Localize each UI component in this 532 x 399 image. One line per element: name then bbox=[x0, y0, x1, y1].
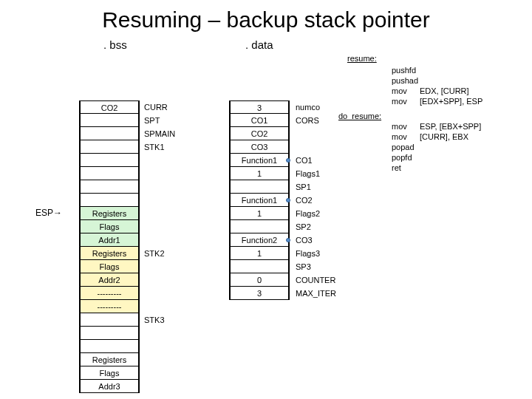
data-field-label: MAX_ITER bbox=[296, 287, 336, 300]
data-field-label bbox=[296, 140, 336, 154]
asm-line: pushfd bbox=[392, 65, 482, 75]
bss-cell: Registers bbox=[81, 247, 138, 260]
data-field-label: Flags1 bbox=[296, 167, 336, 180]
bss-field-label bbox=[144, 300, 175, 313]
asm-line: mov[CURR], EBX bbox=[392, 132, 481, 142]
bss-field-label bbox=[144, 194, 175, 207]
bss-cell bbox=[81, 167, 138, 180]
data-field-label: SP2 bbox=[296, 220, 336, 233]
data-cell: 1 bbox=[231, 207, 288, 220]
connector-dot bbox=[286, 238, 290, 242]
asm-op: mov bbox=[392, 121, 420, 132]
data-field-label: SP1 bbox=[296, 180, 336, 194]
bss-cell bbox=[81, 327, 138, 340]
code-block-1: pushfdpushadmovEDX, [CURR]mov[EDX+SPP], … bbox=[392, 65, 482, 106]
data-cell: 3 bbox=[231, 287, 288, 300]
data-field-label: SP3 bbox=[296, 260, 336, 273]
bss-cell: Addr1 bbox=[81, 233, 138, 247]
asm-line: popfd bbox=[392, 152, 481, 163]
data-cell: 0 bbox=[231, 273, 288, 287]
data-cell: 1 bbox=[231, 247, 288, 260]
do-resume-label: do_resume: bbox=[338, 111, 381, 121]
bss-field-label bbox=[144, 180, 175, 194]
data-right-labels: numcoCORSCO1Flags1SP1CO2Flags2SP2CO3Flag… bbox=[296, 100, 336, 300]
data-cell: CO2 bbox=[231, 127, 288, 140]
asm-op: mov bbox=[392, 86, 420, 96]
bss-field-label: STK1 bbox=[144, 140, 175, 154]
bss-label: . bss bbox=[103, 38, 127, 51]
asm-args: [CURR], EBX bbox=[420, 132, 468, 142]
asm-line: movEDX, [CURR] bbox=[392, 86, 482, 96]
bss-cell: CO2 bbox=[81, 100, 138, 114]
page-title: Resuming – backup stack pointer bbox=[15, 7, 517, 33]
bss-cell bbox=[81, 114, 138, 127]
asm-op: pushad bbox=[392, 75, 420, 86]
bss-cell bbox=[81, 340, 138, 353]
bss-cell bbox=[81, 194, 138, 207]
data-cell bbox=[231, 180, 288, 194]
data-label: . data bbox=[245, 38, 273, 51]
bss-cell: Addr2 bbox=[81, 273, 138, 287]
bss-field-label bbox=[144, 154, 175, 167]
asm-line: movESP, [EBX+SPP] bbox=[392, 121, 481, 132]
bss-field-label bbox=[144, 273, 175, 287]
asm-op: popfd bbox=[392, 152, 420, 163]
asm-line: popad bbox=[392, 142, 481, 152]
asm-op: mov bbox=[392, 132, 420, 142]
bss-cell: Flags bbox=[81, 260, 138, 273]
data-field-label: CO2 bbox=[296, 194, 336, 207]
bss-field-label: STK3 bbox=[144, 313, 175, 327]
bss-cell bbox=[81, 180, 138, 194]
asm-line: mov[EDX+SPP], ESP bbox=[392, 96, 482, 106]
data-column: 3CO1CO2CO3Function11Function11Function21… bbox=[229, 100, 290, 300]
bss-cell bbox=[81, 154, 138, 167]
bss-field-label: CURR bbox=[144, 100, 175, 114]
data-field-label: Flags3 bbox=[296, 247, 336, 260]
asm-op: popad bbox=[392, 142, 420, 152]
bss-field-label bbox=[144, 220, 175, 233]
bss-cell: Registers bbox=[81, 353, 138, 366]
bss-cell: Addr3 bbox=[81, 380, 138, 393]
bss-field-label bbox=[144, 287, 175, 300]
bss-cell: Flags bbox=[81, 220, 138, 233]
asm-line: pushad bbox=[392, 75, 482, 86]
bss-cell: Flags bbox=[81, 366, 138, 380]
connector-dot bbox=[286, 158, 290, 163]
asm-args: [EDX+SPP], ESP bbox=[420, 96, 482, 106]
data-cell: CO3 bbox=[231, 140, 288, 154]
bss-cell bbox=[81, 313, 138, 327]
data-field-label: CORS bbox=[296, 114, 336, 127]
bss-field-label bbox=[144, 207, 175, 220]
data-cell: Function1 bbox=[231, 154, 288, 167]
data-cell: CO1 bbox=[231, 114, 288, 127]
data-cell bbox=[231, 260, 288, 273]
code-block-2: movESP, [EBX+SPP]mov[CURR], EBXpopadpopf… bbox=[392, 121, 481, 173]
asm-op: ret bbox=[392, 163, 420, 173]
data-cell: 1 bbox=[231, 167, 288, 180]
asm-op: pushfd bbox=[392, 65, 420, 75]
data-field-label: Flags2 bbox=[296, 207, 336, 220]
asm-args: EDX, [CURR] bbox=[420, 86, 469, 96]
data-field-label: COUNTER bbox=[296, 273, 336, 287]
data-field-label bbox=[296, 127, 336, 140]
bss-cell: Registers bbox=[81, 207, 138, 220]
data-field-label: CO3 bbox=[296, 233, 336, 247]
asm-args: ESP, [EBX+SPP] bbox=[420, 121, 481, 132]
bss-field-label bbox=[144, 260, 175, 273]
bss-cell bbox=[81, 127, 138, 140]
bss-field-label: STK2 bbox=[144, 247, 175, 260]
data-cell: Function2 bbox=[231, 233, 288, 247]
bss-cell: --------- bbox=[81, 287, 138, 300]
bss-field-label bbox=[144, 233, 175, 247]
bss-field-label: SPMAIN bbox=[144, 127, 175, 140]
bss-cell bbox=[81, 140, 138, 154]
data-cell bbox=[231, 220, 288, 233]
data-field-label: CO1 bbox=[296, 154, 336, 167]
bss-field-label bbox=[144, 167, 175, 180]
asm-op: mov bbox=[392, 96, 420, 106]
data-field-label: numco bbox=[296, 100, 336, 114]
data-cell: 3 bbox=[231, 100, 288, 114]
connector-dot bbox=[286, 198, 290, 202]
data-cell: Function1 bbox=[231, 194, 288, 207]
bss-field-label: SPT bbox=[144, 114, 175, 127]
